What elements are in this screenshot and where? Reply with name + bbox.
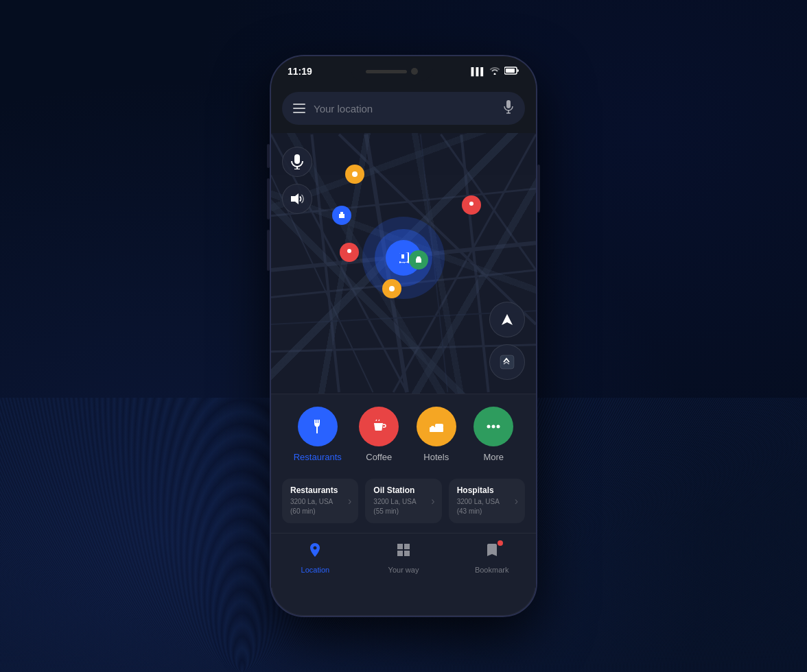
map-pin-blue-1[interactable]	[332, 206, 351, 225]
svg-point-24	[352, 171, 358, 177]
svg-point-33	[487, 425, 491, 429]
status-bar: 11:19 ▌▌▌	[271, 56, 536, 86]
search-bar-container: Your location	[271, 86, 536, 133]
coffee-icon	[359, 407, 399, 446]
coffee-label: Coffee	[366, 452, 392, 462]
notch-bar	[366, 70, 407, 73]
svg-rect-1	[506, 69, 515, 73]
location-nav-label: Location	[301, 566, 330, 574]
map-controls-left	[282, 147, 312, 214]
restaurants-label: Restaurants	[294, 452, 342, 462]
more-label: More	[483, 452, 504, 462]
status-notch	[351, 62, 433, 81]
place-name-0: Restaurants	[290, 485, 350, 495]
place-addr-1: 3200 La, USA (55 min)	[373, 497, 433, 516]
svg-marker-28	[502, 314, 513, 325]
svg-rect-26	[340, 212, 343, 215]
map-controls-right	[489, 302, 525, 380]
category-more[interactable]: More	[473, 407, 513, 462]
category-restaurants[interactable]: Restaurants	[294, 407, 342, 462]
category-coffee[interactable]: Coffee	[359, 407, 399, 462]
more-icon	[473, 407, 513, 446]
bookmark-nav-icon	[484, 542, 500, 562]
mic-control-button[interactable]	[282, 147, 312, 177]
restaurants-icon	[298, 407, 338, 446]
battery-icon	[504, 65, 519, 77]
your-way-nav-icon	[395, 542, 412, 562]
signal-icon: ▌▌▌	[471, 67, 485, 75]
map-pin-yellow-1[interactable]	[382, 279, 401, 298]
status-icons: ▌▌▌	[471, 65, 519, 77]
map-pin-red-2[interactable]	[340, 243, 359, 262]
wifi-icon	[489, 67, 500, 77]
notch-dot	[411, 68, 418, 75]
map-pin-green-1[interactable]	[409, 250, 428, 269]
power-button[interactable]	[537, 165, 540, 213]
phone-frame: 11:19 ▌▌▌	[270, 55, 537, 617]
map-area[interactable]	[271, 133, 536, 394]
status-time: 11:19	[288, 66, 312, 77]
location-nav-icon	[307, 542, 323, 562]
sound-control-button[interactable]	[282, 184, 312, 214]
svg-marker-22	[291, 193, 299, 204]
svg-point-35	[497, 425, 500, 429]
svg-rect-27	[416, 259, 421, 263]
svg-rect-31	[435, 424, 443, 428]
place-addr-2: 3200 La, USA (43 min)	[457, 497, 517, 516]
bookmark-nav-label: Bookmark	[475, 566, 509, 574]
bottom-nav: Location Your way	[271, 533, 536, 588]
direction-button[interactable]	[489, 344, 525, 380]
recent-places: Restaurants 3200 La, USA (60 min) Oil St…	[271, 472, 536, 533]
categories-row: Restaurants Coffee	[271, 394, 536, 472]
place-name-1: Oil Station	[373, 485, 433, 495]
place-card-hospital[interactable]: Hospitals 3200 La, USA (43 min)	[449, 479, 525, 523]
nav-your-way[interactable]: Your way	[360, 542, 448, 574]
mic-icon[interactable]	[503, 100, 514, 117]
place-card-oil[interactable]: Oil Station 3200 La, USA (55 min)	[365, 479, 441, 523]
hotels-icon	[417, 407, 456, 446]
nav-bookmark[interactable]: Bookmark	[447, 542, 536, 574]
phone-wrapper: 11:19 ▌▌▌	[270, 55, 537, 617]
hamburger-icon[interactable]	[293, 104, 305, 113]
center-marker	[362, 217, 445, 299]
your-way-nav-label: Your way	[388, 566, 419, 574]
map-pin-yellow-2[interactable]	[345, 165, 364, 184]
svg-rect-2	[506, 100, 511, 108]
svg-rect-19	[294, 154, 300, 164]
navigate-button[interactable]	[489, 302, 525, 337]
hotels-label: Hotels	[423, 452, 449, 462]
svg-point-34	[492, 425, 495, 429]
svg-point-23	[389, 286, 395, 291]
svg-rect-32	[431, 426, 434, 429]
nav-location[interactable]: Location	[271, 542, 360, 574]
place-card-restaurants[interactable]: Restaurants 3200 La, USA (60 min)	[282, 479, 358, 523]
map-pin-red-1[interactable]	[462, 195, 481, 215]
bookmark-badge	[498, 540, 503, 546]
search-placeholder: Your location	[314, 103, 495, 115]
place-addr-0: 3200 La, USA (60 min)	[290, 497, 350, 516]
place-name-2: Hospitals	[457, 485, 517, 495]
bottom-panel: Restaurants Coffee	[271, 394, 536, 588]
search-input[interactable]: Your location	[282, 92, 525, 125]
category-hotels[interactable]: Hotels	[417, 407, 456, 462]
